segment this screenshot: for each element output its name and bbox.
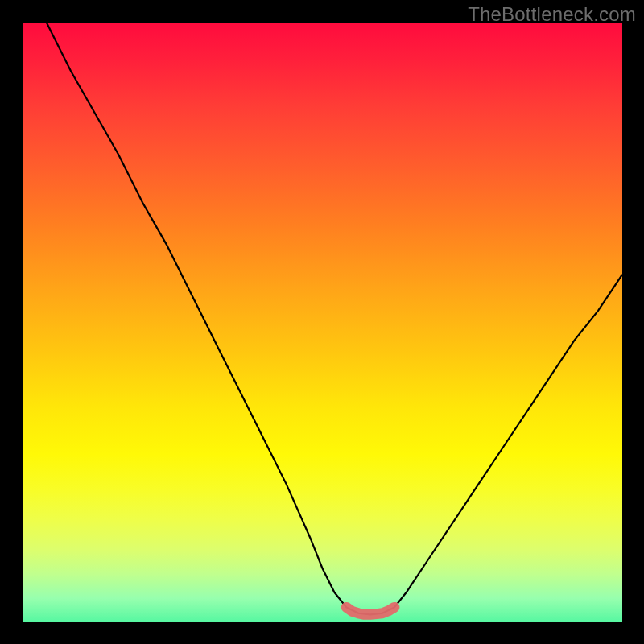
plot-area [23,23,622,622]
bottleneck-curve [23,23,622,622]
highlight-path [346,607,394,614]
chart-frame: TheBottleneck.com [0,0,644,644]
curve-path [47,23,622,614]
